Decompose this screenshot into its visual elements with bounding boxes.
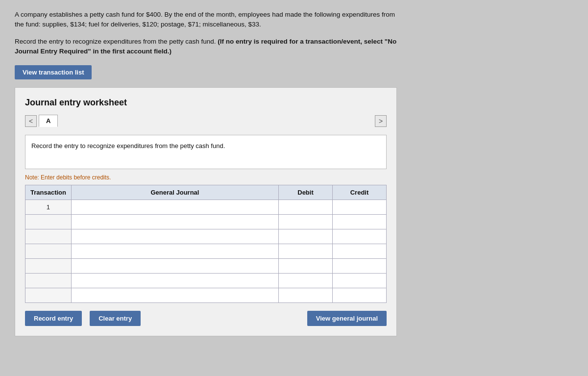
debit-cell[interactable] bbox=[279, 274, 333, 288]
debit-cell[interactable] bbox=[279, 200, 333, 215]
tab-a[interactable]: A bbox=[39, 115, 58, 127]
debit-cell[interactable] bbox=[279, 288, 333, 303]
nav-right-arrow[interactable]: > bbox=[375, 115, 387, 127]
note-text: Note: Enter debits before credits. bbox=[25, 174, 387, 181]
credit-input[interactable] bbox=[333, 215, 386, 229]
general-journal-input[interactable] bbox=[72, 229, 278, 244]
debit-input[interactable] bbox=[279, 274, 332, 288]
credit-cell[interactable] bbox=[333, 229, 387, 244]
transaction-cell bbox=[25, 274, 72, 288]
view-transaction-list-button[interactable]: View transaction list bbox=[15, 65, 92, 79]
general-journal-input[interactable] bbox=[72, 288, 278, 302]
table-row: 1 bbox=[25, 200, 387, 215]
general-journal-input[interactable] bbox=[72, 274, 278, 288]
transaction-cell: 1 bbox=[25, 200, 72, 215]
credit-cell[interactable] bbox=[333, 274, 387, 288]
col-header-credit: Credit bbox=[333, 185, 387, 200]
debit-input[interactable] bbox=[279, 288, 332, 302]
credit-cell[interactable] bbox=[333, 259, 387, 274]
table-row bbox=[25, 259, 387, 274]
table-row bbox=[25, 215, 387, 229]
instruction-text: Record the entry to recognize expenditur… bbox=[15, 37, 397, 57]
worksheet-description: Record the entry to recognize expenditur… bbox=[25, 135, 387, 169]
debit-input[interactable] bbox=[279, 259, 332, 273]
debit-input[interactable] bbox=[279, 244, 332, 258]
debit-input[interactable] bbox=[279, 229, 332, 244]
general-journal-cell[interactable] bbox=[71, 244, 278, 259]
general-journal-cell[interactable] bbox=[71, 259, 278, 274]
debit-cell[interactable] bbox=[279, 215, 333, 229]
general-journal-cell[interactable] bbox=[71, 215, 278, 229]
debit-cell[interactable] bbox=[279, 244, 333, 259]
col-header-debit: Debit bbox=[279, 185, 333, 200]
general-journal-input[interactable] bbox=[72, 259, 278, 273]
credit-input[interactable] bbox=[333, 200, 386, 214]
worksheet-title: Journal entry worksheet bbox=[25, 98, 387, 108]
tab-navigation: < A > bbox=[25, 115, 387, 127]
general-journal-cell[interactable] bbox=[71, 229, 278, 244]
general-journal-cell[interactable] bbox=[71, 274, 278, 288]
clear-entry-button[interactable]: Clear entry bbox=[90, 311, 141, 326]
problem-text-1: A company establishes a petty cash fund … bbox=[15, 10, 397, 30]
credit-input[interactable] bbox=[333, 244, 386, 258]
debit-input[interactable] bbox=[279, 215, 332, 229]
table-row bbox=[25, 229, 387, 244]
nav-left-arrow[interactable]: < bbox=[25, 115, 37, 127]
table-row bbox=[25, 244, 387, 259]
credit-cell[interactable] bbox=[333, 200, 387, 215]
transaction-cell bbox=[25, 229, 72, 244]
credit-cell[interactable] bbox=[333, 288, 387, 303]
general-journal-input[interactable] bbox=[72, 215, 278, 229]
view-general-journal-button[interactable]: View general journal bbox=[307, 311, 387, 326]
credit-input[interactable] bbox=[333, 274, 386, 288]
general-journal-input[interactable] bbox=[72, 200, 278, 214]
credit-input[interactable] bbox=[333, 288, 386, 302]
col-header-transaction: Transaction bbox=[25, 185, 72, 200]
col-header-general-journal: General Journal bbox=[71, 185, 278, 200]
credit-cell[interactable] bbox=[333, 215, 387, 229]
credit-input[interactable] bbox=[333, 259, 386, 273]
table-row bbox=[25, 274, 387, 288]
debit-input[interactable] bbox=[279, 200, 332, 214]
record-entry-button[interactable]: Record entry bbox=[25, 311, 82, 326]
general-journal-cell[interactable] bbox=[71, 200, 278, 215]
general-journal-input[interactable] bbox=[72, 244, 278, 258]
journal-entry-worksheet: Journal entry worksheet < A > Record the… bbox=[15, 87, 397, 336]
transaction-cell bbox=[25, 259, 72, 274]
action-buttons: Record entry Clear entry View general jo… bbox=[25, 311, 387, 326]
debit-cell[interactable] bbox=[279, 259, 333, 274]
transaction-cell bbox=[25, 215, 72, 229]
transaction-cell bbox=[25, 244, 72, 259]
debit-cell[interactable] bbox=[279, 229, 333, 244]
transaction-cell bbox=[25, 288, 72, 303]
credit-cell[interactable] bbox=[333, 244, 387, 259]
general-journal-cell[interactable] bbox=[71, 288, 278, 303]
credit-input[interactable] bbox=[333, 229, 386, 244]
table-row bbox=[25, 288, 387, 303]
journal-entry-table: Transaction General Journal Debit Credit… bbox=[25, 185, 387, 303]
